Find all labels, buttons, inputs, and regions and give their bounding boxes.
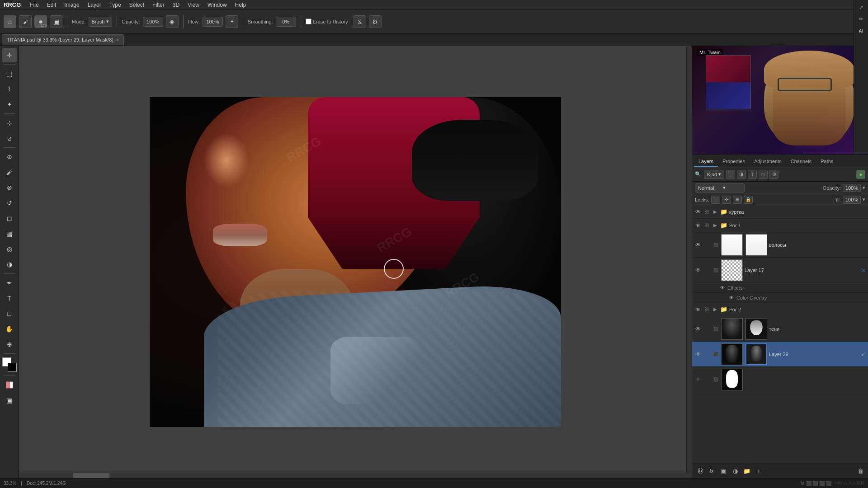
menu-filter[interactable]: Filter <box>149 1 168 9</box>
eraser-tool[interactable]: ◻ <box>2 211 17 225</box>
filter-adjust-btn[interactable]: ◑ <box>737 170 746 179</box>
brush-toggle-btn[interactable]: ▣ <box>50 15 62 28</box>
fill-value[interactable]: 100% <box>843 196 861 204</box>
opacity-value[interactable]: 100% <box>843 184 861 192</box>
layer-teni-visibility[interactable]: 👁 <box>694 325 702 333</box>
menu-file[interactable]: File <box>26 1 42 9</box>
menu-layer[interactable]: Layer <box>84 1 105 9</box>
move-tool[interactable]: ✛ <box>2 48 17 62</box>
layer-link-btn[interactable]: ⛓ <box>695 466 705 476</box>
kind-filter-dropdown[interactable]: Kind ▾ <box>704 170 724 179</box>
document-tab[interactable]: TITANIA.psd @ 33,3% (Layer 29, Layer Mas… <box>2 34 124 45</box>
crop-tool[interactable]: ⊹ <box>2 116 17 130</box>
layer-row-volosy[interactable]: 👁 ⬛ волосы <box>692 232 868 258</box>
layer-row-17[interactable]: 👁 ⬛ Layer 17 fx <box>692 258 868 283</box>
quick-mask-btn[interactable] <box>2 378 17 392</box>
screen-mode-btn[interactable]: ▣ <box>2 393 17 408</box>
tab-adjustments[interactable]: Adjustments <box>750 157 786 167</box>
dodge-tool[interactable]: ◑ <box>2 257 17 272</box>
layer-group-btn[interactable]: 📁 <box>742 466 752 476</box>
tab-paths[interactable]: Paths <box>816 157 838 167</box>
layer-row-kuртka[interactable]: 👁 ⛓ ▶ 📁 куртка <box>692 205 868 219</box>
tab-channels[interactable]: Channels <box>786 157 816 167</box>
layer-fx-btn[interactable]: fx <box>707 466 717 476</box>
layer-kuртka-expand[interactable]: ▶ <box>712 209 718 215</box>
vertical-scrollbar[interactable] <box>686 46 692 473</box>
eyedropper-tool[interactable]: ⊿ <box>2 131 17 145</box>
menu-3d[interactable]: 3D <box>169 1 183 9</box>
effects-visibility[interactable]: 👁 <box>719 285 726 291</box>
erase-to-history-area[interactable]: Erase to History <box>306 19 348 24</box>
layer-bottom-visibility[interactable]: 👁 <box>694 375 702 384</box>
menu-select[interactable]: Select <box>126 1 148 9</box>
symmetry-btn[interactable]: ⧖ <box>354 15 366 28</box>
layer-row-por2[interactable]: 👁 ⛓ ▶ 📁 Рог 2 <box>692 303 868 316</box>
layer-por1-visibility[interactable]: 👁 <box>694 221 702 230</box>
layer-volosy-visibility[interactable]: 👁 <box>694 241 702 249</box>
layer-29-visibility[interactable]: 👁 <box>694 350 702 358</box>
layer-por2-expand[interactable]: ▶ <box>712 306 718 313</box>
horizontal-scrollbar[interactable] <box>19 473 692 478</box>
layer-add-btn[interactable]: + <box>754 466 764 476</box>
layer-mask-btn[interactable]: ▣ <box>718 466 728 476</box>
pen-tool[interactable]: ✒ <box>2 276 17 290</box>
document-tab-close[interactable]: × <box>116 38 119 42</box>
flow-input[interactable] <box>203 17 223 27</box>
layer-por1-expand[interactable]: ▶ <box>712 222 718 229</box>
menu-type[interactable]: Type <box>106 1 125 9</box>
filter-type-btn[interactable]: T <box>748 170 757 179</box>
layer-kuртka-visibility[interactable]: 👁 <box>694 208 702 216</box>
erase-to-history-checkbox[interactable] <box>306 19 311 24</box>
filter-pixel-btn[interactable]: ⬛ <box>726 170 735 179</box>
lock-artboard-btn[interactable]: ⊞ <box>733 196 742 204</box>
home-tool-btn[interactable]: ⌂ <box>4 15 16 28</box>
layer-por2-visibility[interactable]: 👁 <box>694 305 702 314</box>
shape-tool[interactable]: □ <box>2 306 17 321</box>
layer-row-por1[interactable]: 👁 ⛓ ▶ 📁 Рог 1 <box>692 219 868 232</box>
brush-options-btn[interactable]: 🖌 <box>19 15 32 28</box>
lock-all-btn[interactable]: 🔒 <box>744 196 753 204</box>
background-color[interactable] <box>8 363 17 372</box>
filter-shape-btn[interactable]: □ <box>759 170 768 179</box>
tab-properties[interactable]: Properties <box>718 157 750 167</box>
menu-help[interactable]: Help <box>231 1 250 9</box>
tab-layers[interactable]: Layers <box>694 157 718 167</box>
layer-29-fx-icon[interactable]: ↙ <box>860 351 866 357</box>
layer-row-bottom[interactable]: 👁 ⬛ <box>692 367 868 392</box>
text-tool[interactable]: T <box>2 291 17 305</box>
blend-mode-dropdown[interactable]: Normal ▾ <box>695 183 745 192</box>
wand-tool[interactable]: ✦ <box>2 97 17 112</box>
zoom-tool[interactable]: ⊕ <box>2 337 17 352</box>
heal-tool[interactable]: ⊕ <box>2 150 17 164</box>
flow-icon-btn[interactable]: ✦ <box>226 15 238 28</box>
clone-tool[interactable]: ⊗ <box>2 180 17 195</box>
gradient-tool[interactable]: ▦ <box>2 226 17 241</box>
lock-position-btn[interactable]: ✛ <box>722 196 731 204</box>
layer-17-fx-icon[interactable]: fx <box>860 267 866 273</box>
brush-tool[interactable]: 🖌 <box>2 165 17 179</box>
canvas-area[interactable]: RRCG RRCG 人人素材 人人素材 RRCG <box>19 46 692 478</box>
menu-window[interactable]: Window <box>204 1 231 9</box>
history-tool[interactable]: ↺ <box>2 196 17 210</box>
fg-bg-color-selector[interactable] <box>2 357 17 372</box>
layer-row-teni[interactable]: 👁 ⬛ тени <box>692 316 868 342</box>
layer-17-visibility[interactable]: 👁 <box>694 266 702 274</box>
menu-view[interactable]: View <box>184 1 203 9</box>
layer-delete-btn[interactable]: 🗑 <box>855 466 865 476</box>
hand-tool[interactable]: ✋ <box>2 322 17 336</box>
marquee-tool[interactable]: ⬚ <box>2 66 17 81</box>
menu-image[interactable]: Image <box>61 1 83 9</box>
layer-row-29[interactable]: 👁 ⬛ Layer 29 ↙ <box>692 342 868 367</box>
brush-tool-btn[interactable]: ● 150 <box>34 15 47 28</box>
menu-edit[interactable]: Edit <box>43 1 60 9</box>
extra-settings-btn[interactable]: ⚙ <box>369 15 382 28</box>
color-overlay-visibility[interactable]: 👁 <box>728 295 735 301</box>
layers-list[interactable]: 👁 ⛓ ▶ 📁 куртка 👁 ⛓ ▶ 📁 Рог 1 <box>692 205 868 464</box>
mode-dropdown[interactable]: Brush ▾ <box>89 17 113 27</box>
smoothing-input[interactable] <box>276 17 296 27</box>
layer-adjustment-btn[interactable]: ◑ <box>730 466 740 476</box>
lock-pixel-btn[interactable]: ⬛ <box>711 196 720 204</box>
filter-smart-btn[interactable]: ⊛ <box>769 170 778 179</box>
opacity-toggle-btn[interactable]: ◈ <box>166 15 179 28</box>
blur-tool[interactable]: ◎ <box>2 242 17 256</box>
